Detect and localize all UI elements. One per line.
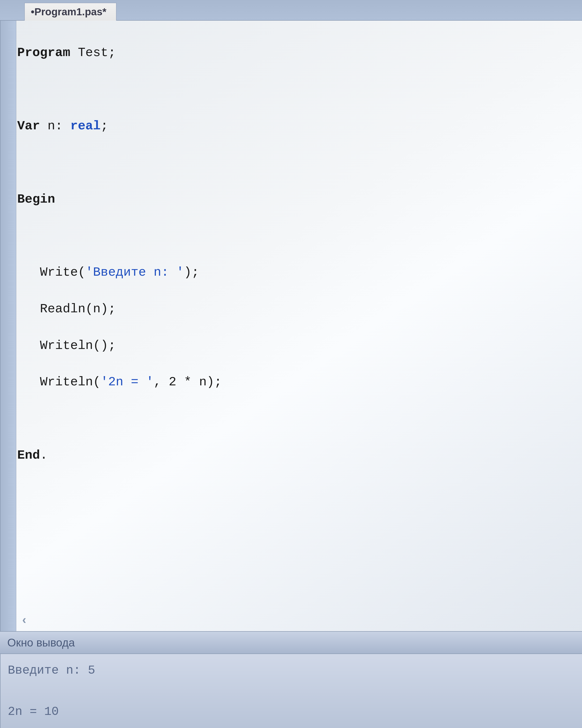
tab-bar: •Program1.pas*: [0, 0, 582, 21]
output-line: Введите n: 5: [8, 664, 95, 677]
ide-window: •Program1.pas* Program Test; Var n: real…: [0, 0, 582, 728]
code-text: n:: [40, 119, 70, 133]
output-line: 2n = 10: [8, 705, 59, 719]
scroll-left-icon[interactable]: ‹: [21, 612, 28, 629]
keyword-var: Var: [17, 119, 40, 133]
output-panel[interactable]: Введите n: 5 2n = 10: [0, 654, 582, 728]
code-text: Write(: [17, 265, 85, 280]
type-real: real: [70, 119, 101, 133]
code-text: Writeln();: [17, 339, 116, 353]
code-text: Readln(n);: [17, 302, 116, 316]
keyword-program: Program: [17, 46, 70, 60]
code-text: Test;: [70, 46, 116, 60]
string-literal: 'Введите n: ': [85, 265, 184, 280]
code-text: ;: [101, 119, 108, 133]
string-literal: '2n = ': [101, 375, 153, 389]
file-tab[interactable]: •Program1.pas*: [24, 3, 117, 21]
keyword-begin: Begin: [17, 192, 55, 207]
keyword-end: End: [17, 448, 40, 463]
gutter: [0, 21, 16, 631]
code-text: );: [184, 265, 199, 280]
code-text: Writeln(: [17, 375, 101, 389]
output-panel-title: Окно вывода: [0, 631, 582, 654]
code-text: , 2 * n);: [154, 375, 222, 389]
editor-area: Program Test; Var n: real; Begin Write('…: [0, 21, 582, 631]
code-editor[interactable]: Program Test; Var n: real; Begin Write('…: [16, 21, 582, 631]
code-text: .: [40, 448, 48, 463]
